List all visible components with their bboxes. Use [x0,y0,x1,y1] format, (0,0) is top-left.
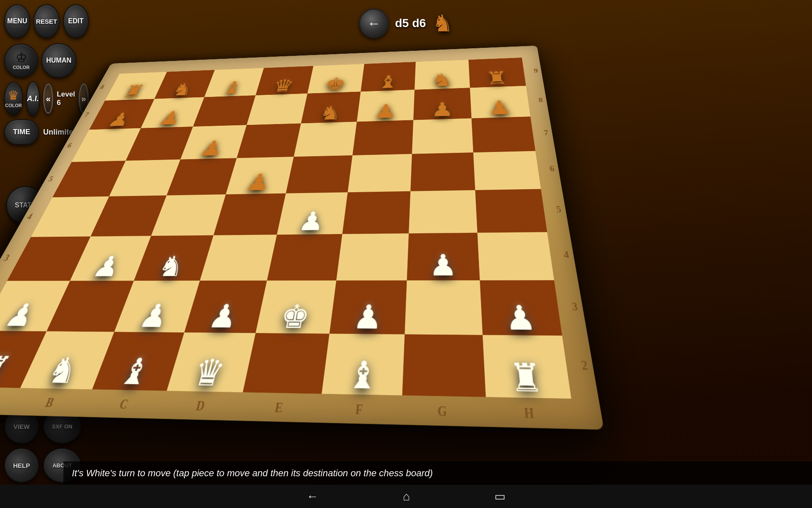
edit-button[interactable]: EDIT [63,4,89,38]
rank-6: 6 [66,142,73,149]
cell-3-3[interactable]: ♟ [225,157,294,194]
rank-3: 3 [2,253,11,263]
cell-7-5[interactable]: ♝ [321,333,405,395]
cell-6-4[interactable]: ♚ [256,281,336,334]
piece-BP-1-7: ♟ [488,98,512,118]
cell-1-7[interactable]: ♟ [470,86,531,118]
cell-2-7[interactable] [471,116,535,152]
piece-WP-4-4: ♟ [296,208,326,234]
piece-BN-0-1: ♞ [170,81,196,98]
piece-BR-0-7: ♜ [486,69,509,87]
move-back-button[interactable]: ← [359,8,389,38]
cell-4-5[interactable] [342,191,411,234]
level-prev-button[interactable]: « [43,83,53,114]
cell-1-4[interactable]: ♞ [301,91,361,123]
piece-BN-0-6: ♞ [431,71,453,89]
rank-8: 8 [99,84,106,91]
player1-color-button[interactable]: ♔ COLOR [4,44,38,77]
piece-WP-6-5: ♟ [352,301,384,334]
piece-WP-6-7: ♟ [504,301,538,335]
move-back-icon: ← [367,16,381,31]
piece-WP-6-0: ♟ [0,300,41,331]
time-button[interactable]: TIME [4,119,39,145]
piece-BK-0-4: ♚ [324,75,347,93]
cell-3-6[interactable] [411,152,475,191]
cells-container[interactable]: ♜♞♝♛♚♝♞♜♟♟♞♟♟♟♟♟♟♟♞♟♟♟♟♚♟♟♜♞♝♛♝♜ [0,58,571,399]
cell-5-6[interactable]: ♟ [407,232,480,280]
cell-2-6[interactable] [412,118,473,154]
cell-5-4[interactable] [267,234,342,280]
file-g: G [438,404,447,420]
status-message: It's White's turn to move (tap piece to … [72,468,433,479]
file-d: D [195,399,206,414]
cell-7-6[interactable] [402,334,486,397]
cell-4-6[interactable] [409,190,477,233]
chess-board-3d[interactable]: 8 7 6 5 4 3 2 1 A B C D E F G H 9 8 7 6 … [0,22,812,508]
nav-recent-button[interactable]: ▭ [494,489,505,503]
piece-WR-7-0: ♜ [0,352,16,387]
cell-6-7[interactable]: ♟ [480,280,562,335]
file-b: B [43,396,56,410]
cell-6-6[interactable] [405,280,483,334]
cell-0-5[interactable]: ♝ [360,62,415,91]
move-notation: d5 d6 [395,17,426,30]
cell-5-7[interactable] [477,232,554,281]
piece-BP-3-3: ♟ [244,171,273,194]
player2-color-button[interactable]: ♛ COLOR [4,82,23,116]
cell-4-3[interactable] [213,193,285,235]
nav-back-button[interactable]: ← [307,490,318,503]
piece-WP-5-6: ♟ [429,251,457,280]
cell-1-6[interactable]: ♟ [413,88,471,120]
rank-7: 7 [83,112,90,119]
rank-4: 4 [25,212,34,221]
file-c: C [118,398,130,412]
rank-5: 5 [47,175,55,183]
cell-0-4[interactable]: ♚ [307,64,364,93]
cell-4-7[interactable] [475,189,547,232]
cell-3-4[interactable] [286,155,352,193]
cell-0-3[interactable]: ♛ [255,66,313,95]
piece-BP-2-2: ♟ [198,138,226,159]
move-piece-icon: ♞ [432,10,453,37]
board-surface: 8 7 6 5 4 3 2 1 A B C D E F G H 9 8 7 6 … [0,46,604,430]
cell-0-7[interactable]: ♜ [468,58,526,88]
cell-7-7[interactable]: ♜ [482,335,571,399]
cell-2-3[interactable] [236,123,301,158]
file-h: H [524,406,535,422]
status-bar: It's White's turn to move (tap piece to … [63,461,812,485]
cell-7-4[interactable] [243,333,329,394]
nav-bar: ← ⌂ ▭ [0,485,812,508]
piece-BB-0-2: ♝ [220,79,245,97]
cell-3-5[interactable] [348,154,412,192]
menu-button[interactable]: MENU [4,4,30,38]
piece-WQ-7-3: ♛ [189,355,228,392]
cell-0-6[interactable]: ♞ [414,60,469,89]
piece-BB-0-5: ♝ [377,73,399,91]
cell-1-5[interactable]: ♟ [357,90,414,122]
cell-4-4[interactable]: ♟ [277,192,348,235]
top-button-row: MENU RESET EDIT [4,4,89,38]
piece-WK-6-4: ♚ [278,301,312,333]
reset-button[interactable]: RESET [33,4,59,38]
cell-6-5[interactable]: ♟ [329,280,407,334]
move-indicator: ← d5 d6 ♞ [359,8,453,38]
cell-0-2[interactable]: ♝ [204,68,263,97]
piece-WB-7-2: ♝ [115,354,156,391]
piece-BP-1-6: ♟ [431,100,454,119]
cell-1-3[interactable] [247,93,307,125]
nav-home-button[interactable]: ⌂ [403,490,410,503]
cell-5-5[interactable] [336,233,409,281]
piece-WR-7-7: ♜ [508,359,545,398]
player1-type-button[interactable]: HUMAN [41,43,76,78]
piece-WP-6-3: ♟ [206,300,241,332]
level-prev-icon: « [46,94,50,104]
cell-2-5[interactable] [352,120,413,155]
piece-WN-7-1: ♞ [42,353,85,389]
piece-WN-5-2: ♞ [154,252,189,281]
piece-BN-1-4: ♞ [318,104,342,123]
cell-3-7[interactable] [473,151,541,190]
piece-BP-1-1: ♟ [156,109,184,128]
cell-2-4[interactable] [294,122,357,157]
ai-button[interactable]: A.I. [26,81,40,116]
cell-5-3[interactable] [200,235,277,281]
